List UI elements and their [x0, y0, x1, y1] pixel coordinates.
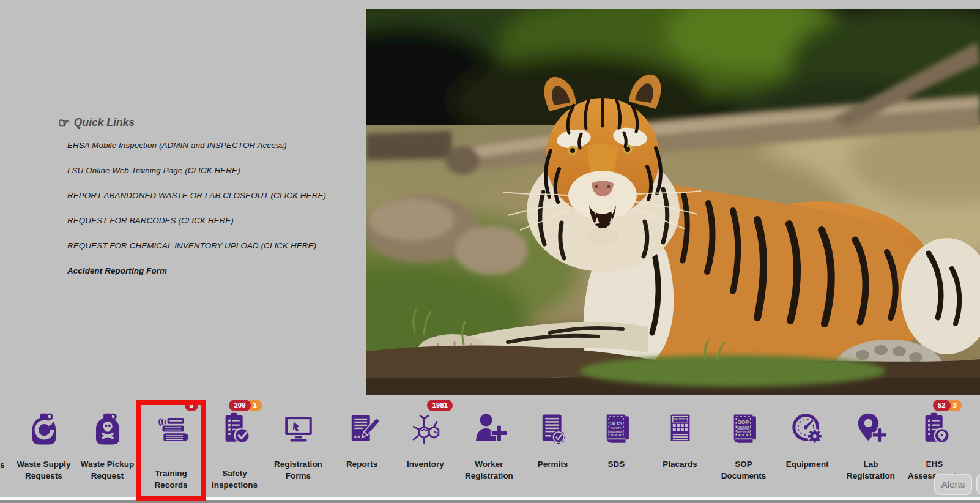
count-badge: 1981	[427, 400, 453, 411]
module-icon	[344, 411, 380, 447]
module-item[interactable]: 2091 Safety Inspections	[204, 395, 265, 497]
module-icon	[217, 411, 253, 447]
module-label: Permits	[522, 458, 584, 470]
module-icon	[90, 411, 125, 447]
count-badge: 209	[229, 400, 250, 411]
module-item[interactable]: Worker Registration	[458, 395, 520, 497]
quick-link-item: REQUEST FOR CHEMICAL INVENTORY UPLOAD (C…	[67, 240, 352, 251]
scrollbar-thumb[interactable]	[0, 500, 980, 503]
module-item[interactable]: 1981 Inventory	[395, 395, 456, 497]
module-nav-bar: s Waste Supply Requests Waste Pickup Req…	[0, 395, 980, 497]
partial-module-label[interactable]: s	[0, 460, 5, 469]
module-item[interactable]: Registration Forms	[267, 395, 329, 497]
badge-group: 523	[933, 400, 962, 411]
count-badge: 52	[933, 400, 951, 411]
alerts-button[interactable]: Alerts	[934, 474, 972, 495]
module-label: Training Records	[140, 468, 202, 491]
quick-link-item: REQUEST FOR BARCODES (CLICK HERE)	[67, 215, 352, 226]
module-label: Reports	[331, 458, 393, 470]
module-item[interactable]: Waste Supply Requests	[13, 395, 75, 497]
module-icon-area	[76, 411, 138, 447]
module-label: Waste Supply Requests	[13, 458, 75, 482]
module-icon-area	[267, 411, 329, 447]
module-label: Lab Registration	[840, 458, 902, 482]
module-icon-area	[776, 411, 838, 447]
module-item[interactable]: SDS	[585, 395, 647, 497]
module-item[interactable]: Equipment	[776, 395, 838, 497]
quick-link-item: LSU Online Web Training Page (CLICK HERE…	[67, 165, 352, 176]
quick-link[interactable]: LSU Online Web Training Page (CLICK HERE…	[67, 166, 240, 175]
module-icon-area	[331, 411, 393, 447]
module-item[interactable]: 8 Training Records	[140, 395, 202, 497]
module-icon-area	[904, 411, 965, 447]
module-icon-area	[140, 411, 202, 447]
module-icon	[917, 411, 952, 447]
quick-links-section: ☞ Quick Links EHSA Mobile Inspection (AD…	[58, 116, 352, 290]
quick-link-item: EHSA Mobile Inspection (ADMIN and INSPEC…	[67, 140, 352, 151]
module-icon-area	[585, 411, 647, 447]
module-icon	[535, 411, 571, 447]
module-icon-area	[713, 411, 774, 447]
quick-link-item: REPORT ABANDONED WASTE OR LAB CLOSEOUT (…	[67, 190, 352, 201]
module-icon	[726, 411, 762, 447]
quick-links-list: EHSA Mobile Inspection (ADMIN and INSPEC…	[67, 140, 352, 276]
module-item[interactable]: Permits	[522, 395, 584, 497]
quick-link[interactable]: EHSA Mobile Inspection (ADMIN and INSPEC…	[67, 141, 287, 150]
module-item[interactable]: Lab Registration	[840, 395, 902, 497]
quick-link[interactable]: REQUEST FOR BARCODES (CLICK HERE)	[67, 216, 234, 225]
module-icon-area	[522, 411, 584, 447]
module-icon	[408, 411, 444, 447]
module-item[interactable]: Reports	[331, 395, 393, 497]
module-icon	[599, 411, 634, 447]
module-icon	[853, 411, 889, 447]
quick-links-header: ☞ Quick Links	[58, 116, 352, 129]
module-icon-area	[458, 411, 520, 447]
module-icon	[472, 411, 507, 447]
tiger-photo	[366, 9, 980, 395]
module-icon	[281, 411, 316, 447]
module-label: Safety Inspections	[204, 468, 265, 491]
module-nav-row: Waste Supply Requests Waste Pickup Reque…	[0, 395, 980, 497]
module-icon	[154, 411, 189, 447]
module-icon-area	[840, 411, 902, 447]
module-item[interactable]: Waste Pickup Request	[76, 395, 138, 497]
quick-link-item: Accident Reporting Form	[67, 265, 352, 276]
module-icon-area	[649, 411, 711, 447]
module-icon	[790, 411, 825, 447]
module-label: SOP Documents	[713, 458, 774, 482]
module-label: SDS	[585, 458, 647, 470]
ehsa-dashboard: { "colors": { "background": "#c1c0c0", "…	[0, 0, 980, 503]
module-icon	[663, 411, 698, 447]
module-icon-area	[13, 411, 75, 447]
module-label: Placards	[649, 458, 711, 470]
module-icon-area	[204, 411, 265, 447]
quick-link[interactable]: REPORT ABANDONED WASTE OR LAB CLOSEOUT (…	[67, 191, 326, 200]
module-label: Waste Pickup Request	[76, 458, 138, 482]
module-icon	[26, 411, 62, 447]
module-label: Equipment	[776, 458, 838, 470]
pointing-hand-icon: ☞	[58, 116, 70, 129]
module-item[interactable]: SOP Documents	[713, 395, 774, 497]
count-badge: 8	[185, 400, 198, 411]
module-icon-area	[395, 411, 456, 447]
module-label: Inventory	[395, 458, 456, 470]
quick-links-title: Quick Links	[74, 116, 135, 129]
partial-edge-button[interactable]	[976, 474, 980, 495]
badge-group: 8	[185, 400, 198, 411]
tiger-photo-art	[366, 9, 980, 395]
module-item[interactable]: Placards	[649, 395, 711, 497]
quick-link[interactable]: Accident Reporting Form	[67, 266, 167, 275]
quick-link[interactable]: REQUEST FOR CHEMICAL INVENTORY UPLOAD (C…	[67, 241, 316, 250]
module-label: Registration Forms	[267, 458, 329, 482]
module-label: Worker Registration	[458, 458, 520, 482]
badge-group: 2091	[229, 400, 262, 411]
badge-group: 1981	[427, 400, 453, 411]
